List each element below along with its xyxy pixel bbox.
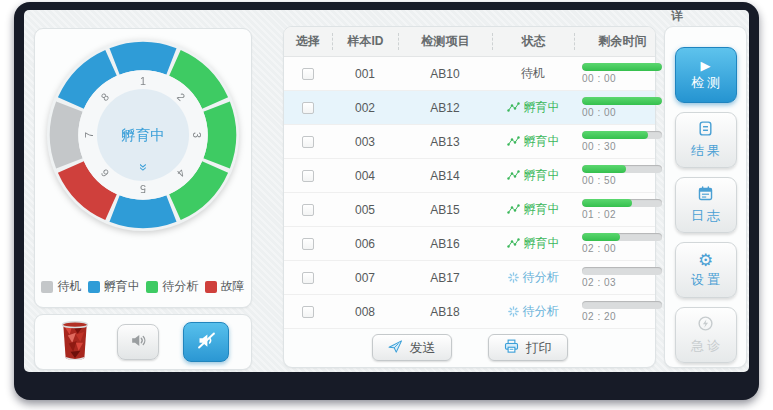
- table-row[interactable]: 003 AB13 孵育中: [284, 125, 655, 159]
- action-rail: ▶ 检测 结果: [664, 26, 747, 368]
- legend-item: 待机: [41, 278, 81, 295]
- sample-id: 008: [332, 305, 398, 319]
- test-item: AB15: [398, 203, 492, 217]
- emergency-button[interactable]: 急诊: [675, 307, 737, 363]
- status-wheel-panel: 12345678孵育中» 待机 孵育中 待分析 故障: [34, 28, 252, 308]
- test-item: AB14: [398, 169, 492, 183]
- svg-text:»: »: [136, 164, 151, 172]
- svg-text:1: 1: [140, 75, 146, 87]
- svg-text:3: 3: [191, 132, 203, 138]
- log-label: 日志: [688, 207, 723, 225]
- status-icon-incubating: [507, 238, 520, 249]
- legend-item: 待分析: [146, 278, 198, 295]
- legend-label: 孵育中: [104, 278, 140, 295]
- status-icon-incubating: [507, 170, 520, 181]
- row-checkbox[interactable]: [302, 102, 314, 114]
- progress-bar: [582, 233, 662, 241]
- table-row[interactable]: 005 AB15 孵育中: [284, 193, 655, 227]
- test-item: AB17: [398, 271, 492, 285]
- legend-swatch: [146, 281, 158, 293]
- svg-text:5: 5: [140, 183, 146, 195]
- row-checkbox[interactable]: [302, 272, 314, 284]
- table-row[interactable]: 007 AB17 待分析: [284, 261, 655, 295]
- remaining-time: 02 : 00: [582, 243, 616, 254]
- sample-id: 007: [332, 271, 398, 285]
- legend-label: 待分析: [162, 278, 198, 295]
- send-button[interactable]: 发送: [372, 334, 452, 361]
- printer-icon: [504, 339, 519, 357]
- table-footer: 发送 打印: [284, 329, 655, 366]
- legend-swatch: [41, 281, 53, 293]
- progress-bar: [582, 63, 662, 71]
- table-row[interactable]: 001 AB10 待机: [284, 57, 655, 91]
- progress-bar: [582, 199, 662, 207]
- table-body: 001 AB10 待机: [284, 57, 655, 329]
- settings-button[interactable]: ⚙ 设置: [675, 242, 737, 298]
- status-wheel[interactable]: 12345678孵育中»: [35, 37, 251, 233]
- header-sample-id: 样本ID: [332, 33, 398, 50]
- row-checkbox[interactable]: [302, 170, 314, 182]
- progress-fill: [582, 97, 662, 105]
- test-item: AB16: [398, 237, 492, 251]
- play-icon: ▶: [701, 59, 711, 72]
- sample-id: 006: [332, 237, 398, 251]
- table-row[interactable]: 006 AB16 孵育中: [284, 227, 655, 261]
- speaker-icon: [129, 331, 148, 354]
- header-select: 选择: [284, 33, 332, 50]
- table-row[interactable]: 008 AB18 待分析: [284, 295, 655, 329]
- row-checkbox[interactable]: [302, 238, 314, 250]
- calendar-icon: [697, 185, 714, 205]
- emergency-label: 急诊: [688, 337, 723, 355]
- progress-bar: [582, 165, 662, 173]
- waste-bin-image: [57, 318, 93, 366]
- detect-button[interactable]: ▶ 检测: [675, 47, 737, 103]
- sample-table-panel: 选择 样本ID 检测项目 状态 剩余时间 详细信息 001 AB10: [283, 26, 656, 368]
- speaker-muted-icon: [196, 330, 217, 355]
- settings-label: 设置: [688, 271, 723, 289]
- progress-bar: [582, 301, 662, 309]
- results-label: 结果: [688, 142, 723, 160]
- row-checkbox[interactable]: [302, 204, 314, 216]
- progress-fill: [582, 199, 632, 207]
- print-button[interactable]: 打印: [488, 334, 568, 361]
- screen: 12345678孵育中» 待机 孵育中 待分析 故障: [24, 10, 749, 372]
- remaining-time: 00 : 50: [582, 175, 616, 186]
- row-checkbox[interactable]: [302, 136, 314, 148]
- row-checkbox[interactable]: [302, 68, 314, 80]
- sound-panel: [34, 314, 252, 370]
- sample-id: 004: [332, 169, 398, 183]
- detect-label: 检测: [688, 74, 723, 92]
- remaining-time: 01 : 02: [582, 209, 616, 220]
- status-icon-incubating: [507, 102, 520, 113]
- status-icon-spinner: [508, 306, 519, 317]
- row-checkbox[interactable]: [302, 306, 314, 318]
- document-icon: [697, 120, 714, 140]
- status-icon-spinner: [508, 272, 519, 283]
- mute-button[interactable]: [183, 322, 229, 362]
- test-item: AB18: [398, 305, 492, 319]
- progress-fill: [582, 63, 662, 71]
- remaining-time: 00 : 00: [582, 73, 616, 84]
- test-item: AB10: [398, 67, 492, 81]
- status-label: 孵育中: [524, 133, 560, 150]
- remaining-time: 02 : 20: [582, 311, 616, 322]
- progress-fill: [582, 233, 620, 241]
- remaining-time: 00 : 00: [582, 107, 616, 118]
- table-header: 选择 样本ID 检测项目 状态 剩余时间 详细信息: [284, 27, 655, 57]
- sound-on-button[interactable]: [117, 324, 159, 360]
- remaining-time: 00 : 30: [582, 141, 616, 152]
- table-row[interactable]: 004 AB14 孵育中: [284, 159, 655, 193]
- header-status: 状态: [492, 33, 574, 50]
- results-button[interactable]: 结果: [675, 112, 737, 168]
- header-test-item: 检测项目: [398, 33, 492, 50]
- progress-fill: [582, 165, 626, 173]
- log-button[interactable]: 日志: [675, 177, 737, 233]
- print-label: 打印: [526, 339, 552, 357]
- status-label: 孵育中: [524, 201, 560, 218]
- legend-label: 待机: [57, 278, 81, 295]
- svg-text:孵育中: 孵育中: [121, 127, 165, 143]
- gear-icon: ⚙: [698, 252, 713, 269]
- table-row[interactable]: 002 AB12 孵育中: [284, 91, 655, 125]
- remaining-time: 02 : 03: [582, 277, 616, 288]
- sample-id: 002: [332, 101, 398, 115]
